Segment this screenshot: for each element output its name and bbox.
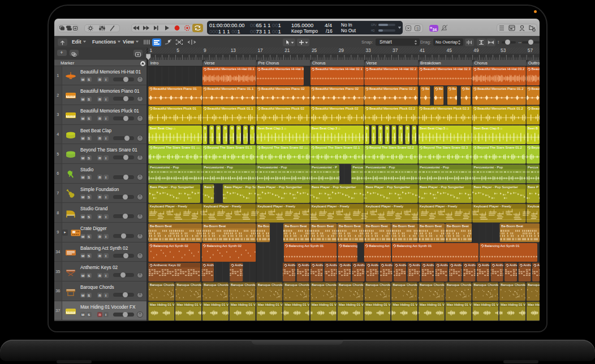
- svg-text:B: B: [373, 127, 375, 130]
- svg-text:Max Hiding 01 V: Max Hiding 01 V: [366, 303, 391, 306]
- svg-text:41: 41: [420, 47, 425, 53]
- svg-text:Beautiful Memories Piano 02: Beautiful Memories Piano 02: [261, 87, 305, 90]
- svg-text:Breakdown: Breakdown: [420, 60, 441, 66]
- svg-text:Keyboard Player - Freely: Keyboard Player - Freely: [312, 205, 349, 208]
- svg-text:Bass Player - Pop Songwriter: Bass Player - Pop Songwriter: [312, 185, 356, 189]
- svg-text:Beautiful Memories Hi-Hat 03.1: Beautiful Memories Hi-Hat 03.1: [208, 67, 255, 71]
- svg-text:Max Hiding 01 V: Max Hiding 01 V: [231, 303, 256, 306]
- svg-text:Baroque Chords: Baroque Chords: [447, 283, 472, 287]
- svg-text:B: B: [231, 127, 233, 130]
- svg-text:Ba-Boom Beat: Ba-Boom Beat: [204, 224, 226, 228]
- svg-text:Ba-Boom Beat: Ba-Boom Beat: [284, 224, 307, 228]
- svg-text:Max Hiding 01 V: Max Hiding 01 V: [393, 303, 417, 306]
- svg-text:B: B: [204, 127, 206, 130]
- svg-text:Beauti: Beauti: [531, 87, 540, 90]
- svg-text:Beautiful Memories Hi-Hat 0: Beautiful Memories Hi-Hat 0: [261, 67, 304, 71]
- svg-text:Anthe: Anthe: [537, 263, 540, 267]
- svg-text:Bass P: Bass P: [204, 185, 215, 189]
- svg-text:B: B: [225, 127, 227, 130]
- svg-text:Ba-Boom Beat: Ba-Boom Beat: [420, 224, 442, 228]
- svg-text:Beyond The Stars Snare 02.1: Beyond The Stars Snare 02.1: [316, 146, 361, 149]
- svg-text:Max Hiding 01 V: Max Hiding 01 V: [176, 303, 201, 306]
- svg-text:Anthemic Keys 02: Anthemic Keys 02: [153, 263, 181, 267]
- svg-text:45: 45: [447, 47, 452, 53]
- svg-text:13: 13: [231, 47, 236, 53]
- svg-text:33: 33: [365, 47, 371, 53]
- svg-text:Balancing Act Synth 01: Balancing Act Synth 01: [485, 244, 520, 248]
- svg-text:Beyond The Stars Snare 02.2: Beyond The Stars Snare 02.2: [369, 146, 415, 149]
- svg-text:Keyboard Player - Freely: Keyboard Player - Freely: [150, 205, 187, 208]
- svg-text:Baroque Chords: Baroque Chords: [176, 283, 201, 287]
- svg-text:Verse: Verse: [204, 60, 215, 66]
- svg-text:Keyboard Player - Freely: Keyboard Player - Freely: [366, 205, 403, 208]
- svg-text:37: 37: [393, 47, 398, 53]
- svg-text:Max Hiding 01 V: Max Hiding 01 V: [501, 303, 525, 306]
- svg-text:Baroque Chords: Baroque Chords: [339, 283, 364, 287]
- svg-text:Be: Be: [465, 87, 470, 90]
- svg-text:53: 53: [501, 47, 506, 53]
- svg-text:Balancing Act: Balancing Act: [369, 244, 390, 248]
- svg-text:Beyond The Stars Snare 01.1: Beyond The Stars Snare 01.1: [208, 146, 253, 149]
- svg-text:Beautiful Memories Piano 01.1: Beautiful Memories Piano 01.1: [208, 87, 254, 90]
- svg-text:Percussionist - Pop: Percussionist - Pop: [420, 166, 449, 169]
- svg-text:Beautiful Memories Hi-Hat 02.1: Beautiful Memories Hi-Hat 02.1: [316, 67, 363, 71]
- svg-text:Percussionist - P: Percussionist - P: [312, 166, 337, 169]
- svg-text:Percus: Percus: [528, 166, 538, 169]
- svg-text:Keyboard Player - Freely: Keyboard Player - Freely: [474, 205, 511, 208]
- svg-text:Percussionist - Pop: Percussionist - Pop: [258, 166, 287, 169]
- svg-text:Ba-Boom Beat: Ba-Boom Beat: [501, 224, 523, 228]
- svg-text:Beautiful Memories Hi-Hat 03.2: Beautiful Memories Hi-Hat 03.2: [477, 67, 525, 71]
- svg-text:9: 9: [204, 47, 206, 53]
- svg-text:Balancing: Balancing: [343, 244, 357, 248]
- svg-text:Baroque Chords: Baroque Chords: [420, 283, 445, 287]
- svg-text:Beet Beat Clap.1 ⌂: Beet Beat Clap.1 ⌂: [258, 127, 287, 130]
- svg-text:Beet Beat Clap ⌂: Beet Beat Clap ⌂: [150, 127, 176, 130]
- svg-text:Beautiful Memories Piano 02.2: Beautiful Memories Piano 02.2: [369, 87, 416, 90]
- svg-text:Ba-Boom Beat: Ba-Boom Beat: [366, 224, 388, 228]
- svg-text:Max Hiding 01 V: Max Hiding 01 V: [447, 303, 472, 306]
- svg-text:Beyond The Stars Snare 01.2: Beyond The Stars Snare 01.2: [477, 146, 523, 149]
- svg-text:1: 1: [150, 47, 153, 53]
- svg-text:Max Hiding 01 V: Max Hiding 01 V: [528, 303, 540, 306]
- svg-text:Beautiful Memories Pluck 01: Beautiful Memories Pluck 01: [153, 107, 197, 110]
- svg-text:Beautiful Memories Hi-Hat 02.3: Beautiful Memories Hi-Hat 02.3: [424, 67, 471, 71]
- svg-text:Ba-Boom Beat: Ba-Boom Beat: [312, 224, 334, 228]
- svg-text:Bass Player - Pop Songwriter: Bass Player - Pop Songwriter: [420, 185, 464, 189]
- svg-text:Max Hiding 01 V: Max Hiding 01 V: [312, 303, 337, 306]
- svg-text:Keyboard Player - Freely: Keyboard Player - Freely: [420, 205, 457, 208]
- svg-text:25: 25: [312, 47, 317, 53]
- svg-text:S: S: [416, 26, 419, 30]
- svg-text:Beet Beat Clap.5 ⌂: Beet Beat Clap.5 ⌂: [420, 127, 449, 130]
- svg-text:Beautiful Memories Pluck 01.2: Beautiful Memories Pluck 01.2: [477, 107, 524, 110]
- svg-text:Be: Be: [439, 87, 443, 90]
- svg-text:Baroque Chords: Baroque Chords: [501, 283, 525, 287]
- svg-text:5: 5: [176, 47, 179, 53]
- svg-text:Chorus: Chorus: [475, 60, 488, 66]
- svg-text:Baroque Chords: Baroque Chords: [312, 283, 337, 287]
- svg-text:Be: Be: [452, 87, 457, 90]
- svg-text:B: B: [386, 127, 389, 130]
- svg-text:Beyond The Stars Snare 02.3: Beyond The Stars Snare 02.3: [424, 146, 469, 149]
- svg-text:21: 21: [284, 47, 290, 53]
- svg-text:Baroque Chords: Baroque Chords: [474, 283, 499, 287]
- svg-text:Keyboa: Keyboa: [528, 205, 540, 208]
- svg-text:Percussionist - Pop: Percussionist - Pop: [366, 166, 395, 169]
- svg-text:Percussionist - Pop: Percussionist - Pop: [150, 166, 179, 169]
- svg-text:29: 29: [339, 47, 344, 53]
- svg-text:B: B: [366, 127, 368, 130]
- svg-text:Percus: Percus: [352, 166, 363, 169]
- svg-text:Percussionist - Pop: Percussionist - Pop: [204, 166, 233, 169]
- svg-text:Beyon: Beyon: [531, 146, 540, 149]
- svg-text:Bass P: Bass P: [528, 185, 538, 189]
- svg-text:Beautiful Memories Piano 02: Beautiful Memories Piano 02: [316, 87, 359, 90]
- svg-text:Beautiful Memories Pluck 02.2: Beautiful Memories Pluck 02.2: [369, 107, 416, 110]
- svg-text:Max Hiding 01 V: Max Hiding 01 V: [339, 303, 364, 306]
- svg-text:Keyboard Player - Freely: Keyboard Player - Freely: [204, 205, 241, 208]
- svg-text:Bass Player - Pop Songwriter: Bass Player - Pop Songwriter: [474, 185, 518, 189]
- svg-text:Verse: Verse: [367, 60, 377, 66]
- svg-text:Bass Player - Pop So: Bass Player - Pop So: [224, 185, 257, 189]
- svg-text:17: 17: [257, 47, 263, 53]
- svg-text:B: B: [393, 127, 395, 130]
- svg-text:Beyond The Stars Snare 01 ⌂⌂: Beyond The Stars Snare 01 ⌂⌂: [153, 146, 200, 149]
- svg-text:Baroque Chords: Baroque Chords: [150, 283, 175, 287]
